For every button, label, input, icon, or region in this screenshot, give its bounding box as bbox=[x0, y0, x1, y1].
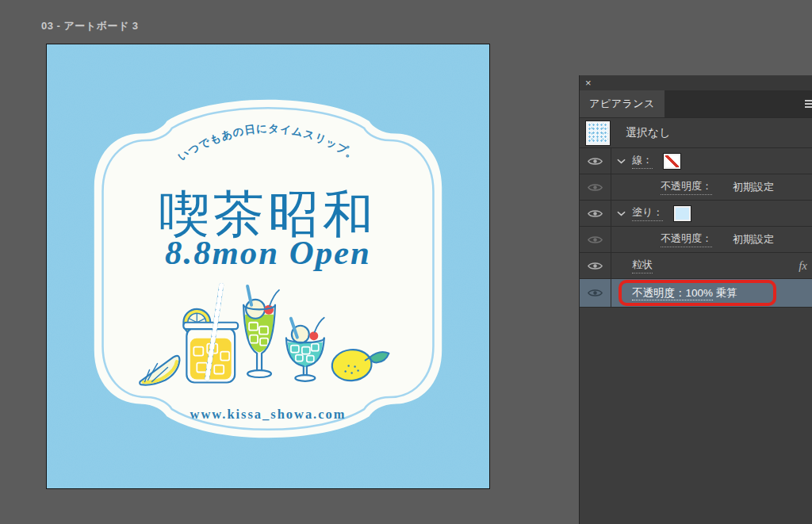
poster-subtitle: 8.8mon Open bbox=[165, 234, 371, 271]
appearance-panel: × アピアランス 選択なし 線： 不透明度： 初期設定 bbox=[579, 75, 812, 524]
eye-icon bbox=[588, 288, 603, 298]
row-fill[interactable]: 塗り： bbox=[580, 201, 812, 227]
row-no-selection[interactable]: 選択なし bbox=[580, 118, 812, 148]
row-fill-opacity[interactable]: 不透明度： 初期設定 bbox=[580, 227, 812, 253]
poster-url: www.kissa_showa.com bbox=[190, 407, 347, 422]
visibility-toggle[interactable] bbox=[580, 174, 611, 200]
fill-label-link[interactable]: 塗り： bbox=[632, 205, 663, 221]
panel-tab-bar: アピアランス bbox=[580, 90, 812, 117]
grain-effect-link[interactable]: 粒状 bbox=[632, 258, 653, 273]
eye-icon bbox=[588, 235, 603, 245]
opacity-value: 初期設定 bbox=[733, 232, 774, 247]
chevron-down-icon[interactable] bbox=[617, 211, 626, 216]
close-icon[interactable]: × bbox=[580, 75, 592, 90]
stroke-label-link[interactable]: 線： bbox=[632, 153, 653, 169]
row-grain-effect[interactable]: 粒状 fx bbox=[580, 253, 812, 279]
stroke-none-swatch[interactable] bbox=[664, 154, 680, 169]
poster-artwork: いつでもあの日にタイムスリップ。 喫茶昭和 8.8mon Open bbox=[47, 44, 489, 488]
row-stroke-opacity[interactable]: 不透明度： 初期設定 bbox=[580, 174, 812, 201]
no-selection-label: 選択なし bbox=[626, 126, 671, 140]
visibility-toggle[interactable] bbox=[580, 148, 611, 174]
opacity-link[interactable]: 不透明度： bbox=[661, 231, 712, 247]
fill-color-swatch[interactable] bbox=[674, 206, 691, 221]
opacity-blend-link[interactable]: 不透明度：100% 乗算 bbox=[632, 286, 737, 300]
opacity-link[interactable]: 不透明度： bbox=[661, 179, 712, 195]
opacity-value: 初期設定 bbox=[733, 180, 774, 194]
eye-icon bbox=[588, 261, 603, 271]
chevron-down-icon[interactable] bbox=[617, 159, 626, 164]
appearance-list: 選択なし 線： 不透明度： 初期設定 bbox=[580, 117, 812, 524]
tab-appearance[interactable]: アピアランス bbox=[580, 90, 665, 117]
panel-menu-icon[interactable] bbox=[805, 100, 812, 109]
selection-thumbnail bbox=[586, 121, 610, 145]
visibility-toggle[interactable] bbox=[580, 279, 611, 307]
panel-title-bar: × bbox=[580, 75, 812, 90]
row-opacity-blend-selected[interactable]: 不透明度：100% 乗算 bbox=[580, 279, 812, 308]
fx-icon[interactable]: fx bbox=[799, 259, 807, 273]
eye-icon bbox=[588, 208, 603, 219]
eye-icon bbox=[588, 156, 603, 166]
artboard[interactable]: いつでもあの日にタイムスリップ。 喫茶昭和 8.8mon Open bbox=[46, 44, 490, 489]
visibility-toggle[interactable] bbox=[580, 201, 611, 226]
visibility-toggle[interactable] bbox=[580, 227, 611, 252]
artboard-label: 03 - アートボード 3 bbox=[41, 19, 139, 33]
eye-icon bbox=[588, 182, 603, 193]
row-stroke[interactable]: 線： bbox=[580, 148, 812, 174]
visibility-toggle[interactable] bbox=[580, 253, 611, 278]
